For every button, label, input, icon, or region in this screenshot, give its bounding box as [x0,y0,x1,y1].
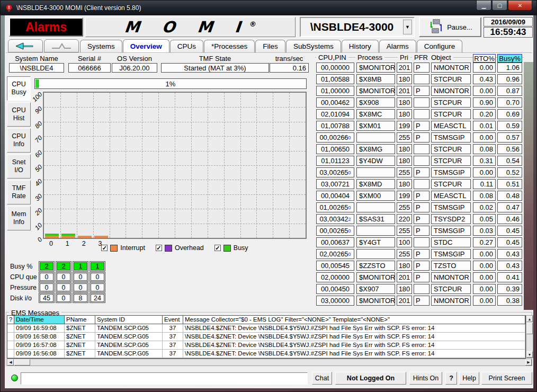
pause-button[interactable]: Pause... [419,17,481,37]
close-button[interactable]: ✕ [508,1,532,11]
bar-interrupt-cpu2 [78,236,92,238]
process-pfr: P [414,214,429,224]
status-message-field[interactable] [21,372,308,385]
gridline-v [273,93,273,238]
ems-vertical-scrollbar[interactable]: ▲ ▼ [526,315,533,358]
process-process: $X8MC [356,109,395,119]
tab-overview[interactable]: Overview [123,39,169,53]
cpu-busy-chart [43,92,307,239]
process-pin: 01,00588 [316,74,354,84]
stat-cell-value: 0 [40,283,53,291]
process-pri: 201 [397,272,412,282]
tab-configure[interactable]: Configure [417,40,463,53]
info-value-1: 066666 [68,63,111,73]
ems-col-header-0[interactable]: ? [7,316,14,324]
tab-alarms[interactable]: Alarms [379,40,416,53]
ems-message-row[interactable]: 09/09 16:58:08$ZNETTANDEM.SCP.G0537\NSBL… [7,333,525,341]
ems-vscroll-thumb[interactable] [526,323,533,334]
process-object: TSMSGIP [431,249,471,259]
process-busy: 0.57 [497,132,522,142]
process-pri: 255 [397,167,412,177]
process-object: NMONTOR [431,296,471,306]
process-process: $X8MB [356,74,395,84]
ems-hscroll-thumb[interactable] [14,359,30,366]
stat-cell: 45 [39,293,55,303]
ems-cell-2: $ZNET [65,350,95,358]
ems-horizontal-scrollbar[interactable]: ◀ ▶ [7,359,532,366]
process-col-header-rto-sort[interactable]: RTO% [473,54,496,63]
tab-cpus[interactable]: CPUs [170,40,203,53]
system-selector[interactable]: \NSBLDE4-3000 ▼ [300,17,415,37]
status-button-not-logged-on[interactable]: Not Logged On [335,372,406,385]
process-rto: 0.90 [473,97,496,108]
legend-checkbox-busy[interactable]: ✓ [214,245,221,251]
info-label-3: TMF State [158,55,272,63]
tab-files[interactable]: Files [255,40,285,53]
tab-history[interactable]: History [342,40,379,53]
process-pri: 180 [397,74,412,84]
process-col-header-cpu-pin: CPU,PIN [316,54,348,61]
ems-col-header-1[interactable]: Date/Time [14,316,65,324]
window-title: \NSBLDE4-3000 MOMI (Client version 5.80) [16,4,141,12]
sidebar-item-line: I/O [14,166,23,174]
ems-col-header-2[interactable]: PName [65,316,95,324]
stat-cell-value: 0 [40,273,53,281]
stat-cell: 8 [73,293,88,303]
chart-legend: ✓Interrupt✓Overhead✓Busy [43,244,307,252]
ems-cell-4: 37 [163,350,183,358]
process-process [356,202,395,212]
status-button-print-screen[interactable]: Print Screen [481,372,532,385]
ems-col-header-3[interactable]: System ID [95,316,163,324]
maximize-button[interactable]: ▢ [492,1,507,11]
tab-processes[interactable]: *Processes [204,40,255,53]
momi-window: ! \NSBLDE4-3000 MOMI (Client version 5.8… [0,0,537,392]
stat-cell-value: 2 [57,262,70,270]
ems-cell-2: $ZNET [65,341,95,349]
back-arrow-tab[interactable] [8,39,43,52]
gridline-v [208,93,208,238]
legend-checkbox-overhead[interactable]: ✓ [156,245,162,251]
process-pfr: P [414,191,429,201]
chevron-down-icon[interactable]: ▼ [403,20,412,34]
process-object: STCPUR [431,109,471,119]
process-pri: 199 [397,121,412,131]
sidebar-item-line: Info [13,140,24,148]
ems-message-row[interactable]: 09/09 16:59:08$ZNETTANDEM.SCP.G0537\NSBL… [7,324,525,333]
status-button-help-quick[interactable]: ? [445,372,457,385]
process-rto: 0.00 [473,63,496,73]
ems-col-header-4[interactable]: Event [163,316,183,324]
tab-subsystems[interactable]: SubSystems [286,40,341,53]
ems-col-header-5[interactable]: Message Collector="$0 - EMS LOG" Filter=… [183,316,525,324]
legend-checkbox-interrupt[interactable]: ✓ [101,245,108,251]
scroll-down-icon[interactable]: ▼ [526,351,533,358]
minimize-button[interactable]: ▁ [476,1,491,11]
tab-systems[interactable]: Systems [80,40,122,53]
ems-message-row[interactable]: 09/09 16:57:08$ZNETTANDEM.SCP.G0537\NSBL… [7,341,525,350]
alarms-button[interactable]: Alarms [9,17,83,37]
sidebar-item-line: TMF [12,184,26,192]
status-button-help[interactable]: Help [459,372,479,385]
process-pin: 01,00000 [316,86,354,96]
system-selector-value: \NSBLDE4-3000 [301,21,403,33]
legend-label: Busy [234,244,248,252]
process-pin: 00,00637 [316,237,354,247]
scroll-right-icon[interactable]: ▶ [525,359,532,366]
process-busy: 0.51 [497,179,522,189]
gridline-v [142,93,142,238]
ems-cell-1: 09/09 16:59:08 [14,324,65,332]
process-col-header-busy-sort[interactable]: Busy% [497,54,522,63]
ems-message-row[interactable]: 09/09 16:56:08$ZNETTANDEM.SCP.G0537\NSBL… [7,350,525,358]
sidebar-item-cpu-busy[interactable]: CPUBusy [7,76,31,101]
status-button-chat[interactable]: Chat [312,372,332,385]
process-rto: 0.00 [473,272,496,282]
process-busy: 0.59 [497,121,522,131]
process-rto: 0.08 [473,191,496,201]
process-busy: 0.45 [497,226,522,236]
process-col-header-pfr: PFR [412,54,430,61]
process-pfr [414,144,429,154]
process-pfr: P [414,132,429,142]
status-button-hints-on[interactable]: Hints On [409,372,442,385]
scroll-up-icon[interactable]: ▲ [526,316,533,322]
pulse-tab[interactable] [44,39,79,52]
scroll-left-icon[interactable]: ◀ [7,359,14,366]
